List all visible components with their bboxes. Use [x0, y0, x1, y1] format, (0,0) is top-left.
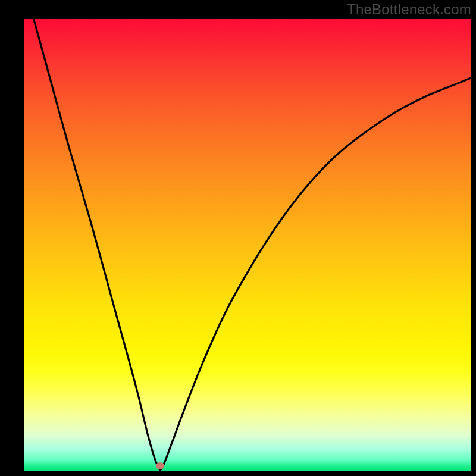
bottleneck-curve [24, 19, 471, 471]
curve-path [24, 0, 471, 470]
watermark-text: TheBottleneck.com [347, 1, 471, 18]
plot-area [24, 19, 471, 471]
chart-frame: TheBottleneck.com [0, 0, 476, 476]
minimum-marker [156, 462, 164, 469]
